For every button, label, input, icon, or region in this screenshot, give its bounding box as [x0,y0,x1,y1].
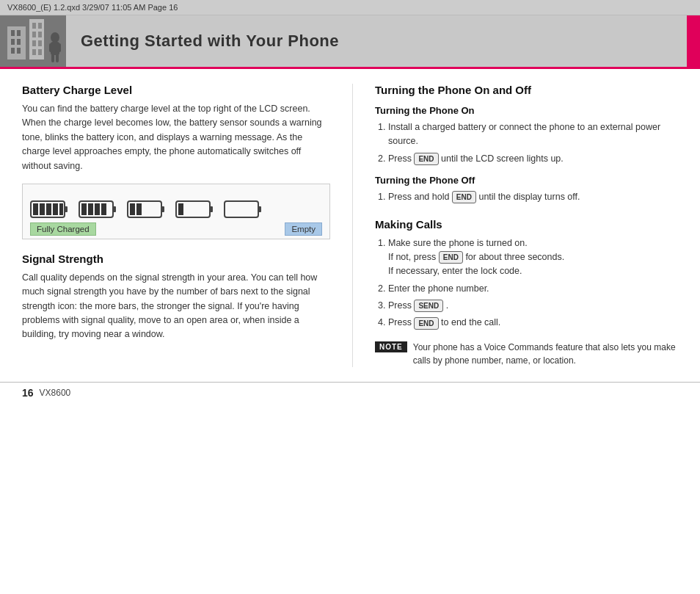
step-text: Press END to end the call. [388,317,500,327]
column-divider [352,84,353,367]
svg-rect-29 [59,203,63,215]
battery-icon-4 [79,200,117,218]
end-button-icon-4: END [414,317,438,330]
svg-rect-25 [33,203,38,215]
step-text: Press SEND . [388,300,448,311]
svg-rect-4 [11,39,15,45]
svg-rect-1 [7,26,26,59]
svg-rect-35 [101,203,106,215]
end-button-icon: END [414,153,438,165]
top-bar-text: VX8600_(E) 1.2.qxd 3/29/07 11:05 AM Page… [7,3,178,12]
svg-rect-33 [88,203,93,215]
svg-rect-13 [32,40,36,46]
page-header: Getting Started with Your Phone [0,15,700,69]
header-accent [687,15,700,67]
svg-rect-44 [258,206,261,212]
end-button-icon-2: END [452,191,476,203]
making-calls-steps: Make sure the phone is turned on. If not… [388,236,678,330]
footer-page-number: 16 [22,387,34,399]
svg-rect-37 [161,206,164,212]
right-column: Turning the Phone On and Off Turning the… [375,84,678,367]
footer-model: VX8600 [40,388,71,398]
main-content: Battery Charge Level You can find the ba… [0,69,700,382]
battery-section: Battery Charge Level You can find the ba… [22,84,330,239]
svg-rect-21 [51,54,54,62]
svg-rect-7 [17,48,21,54]
svg-rect-3 [17,30,21,36]
signal-section: Signal Strength Call quality depends on … [22,253,330,342]
svg-rect-9 [32,23,36,29]
svg-rect-6 [11,48,15,54]
making-calls-step-4: Press END to end the call. [388,316,678,330]
svg-rect-41 [210,206,213,212]
svg-point-17 [51,32,59,43]
battery-icon-1 [175,200,214,218]
svg-rect-38 [130,203,135,215]
note-label: NOTE [375,341,407,352]
svg-rect-22 [56,54,59,62]
step-text: Press END until the LCD screen lights up… [388,153,564,164]
turning-off-title: Turning the Phone Off [375,175,678,186]
step-text: Press and hold END until the display tur… [388,192,580,202]
svg-rect-31 [113,206,116,212]
svg-rect-42 [178,203,183,215]
svg-rect-39 [136,203,142,215]
battery-icons-wrapper: Fully Charged Empty [22,184,330,239]
svg-rect-24 [65,206,68,212]
turning-on-step-2: Press END until the LCD screen lights up… [388,152,678,166]
turning-off-steps: Press and hold END until the display tur… [388,190,678,204]
svg-rect-32 [81,203,87,215]
battery-icon-full [30,200,68,218]
svg-rect-19 [49,43,53,52]
svg-rect-10 [38,23,42,29]
page-title: Getting Started with Your Phone [66,15,687,67]
signal-body: Call quality depends on the signal stren… [22,271,330,342]
svg-rect-26 [40,203,45,215]
battery-icon-empty [224,200,262,218]
making-calls-step-2: Enter the phone number. [388,282,678,296]
turning-off-step-1: Press and hold END until the display tur… [388,190,678,204]
svg-rect-14 [38,40,42,46]
making-calls-section: Making Calls Make sure the phone is turn… [375,218,678,367]
svg-rect-43 [225,201,258,217]
svg-rect-2 [11,30,15,36]
step-text: Enter the phone number. [388,283,489,294]
page-footer: 16 VX8600 [0,382,700,403]
signal-title: Signal Strength [22,253,330,265]
step-text: Make sure the phone is turned on. If not… [388,238,564,277]
turning-on-step-1: Install a charged battery or connect the… [388,120,678,149]
end-button-icon-3: END [439,251,463,264]
battery-icon-2 [127,200,165,218]
left-column: Battery Charge Level You can find the ba… [22,84,330,367]
svg-rect-34 [95,203,100,215]
step-text: Install a charged battery or connect the… [388,122,660,146]
turning-on-steps: Install a charged battery or connect the… [388,120,678,166]
svg-rect-12 [38,32,42,37]
making-calls-title: Making Calls [375,218,678,231]
svg-rect-27 [46,203,51,215]
top-bar: VX8600_(E) 1.2.qxd 3/29/07 11:05 AM Page… [0,0,700,15]
battery-body: You can find the battery charge level at… [22,102,330,173]
turning-title: Turning the Phone On and Off [375,84,678,96]
svg-rect-5 [17,39,21,45]
svg-rect-20 [57,43,61,52]
header-image [0,15,66,67]
svg-rect-28 [53,203,58,215]
svg-rect-15 [32,49,36,55]
note-text: Your phone has a Voice Commands feature … [413,341,678,367]
svg-rect-11 [32,32,36,37]
svg-rect-16 [38,49,42,55]
note-block: NOTE Your phone has a Voice Commands fea… [375,341,678,367]
send-button-icon: SEND [414,300,443,312]
turning-section: Turning the Phone On and Off Turning the… [375,84,678,205]
label-fully-charged: Fully Charged [30,222,96,236]
making-calls-step-3: Press SEND . [388,299,678,313]
making-calls-step-1: Make sure the phone is turned on. If not… [388,236,678,279]
label-empty: Empty [285,222,322,236]
battery-labels: Fully Charged Empty [30,222,322,236]
battery-row [30,200,322,218]
battery-title: Battery Charge Level [22,84,330,96]
turning-on-title: Turning the Phone On [375,105,678,116]
